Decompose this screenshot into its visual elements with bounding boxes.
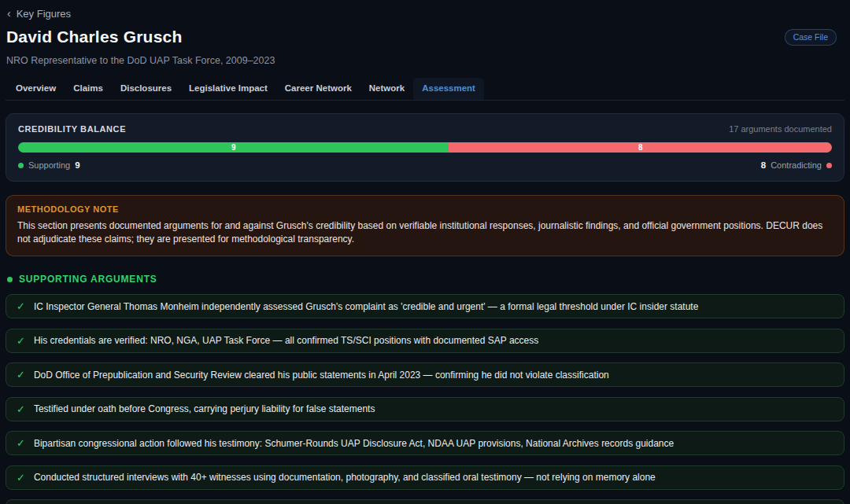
argument-text: His credentials are verified: NRO, NGA, … [34, 335, 538, 346]
supporting-count: 9 [75, 160, 79, 170]
tab-assessment[interactable]: Assessment [413, 78, 484, 100]
supporting-bar-value: 9 [231, 143, 236, 152]
argument-card: ✓ Testified under oath before Congress, … [6, 397, 844, 421]
case-file-badge: Case File [785, 29, 837, 46]
tab-bar: Overview Claims Disclosures Legislative … [6, 78, 844, 101]
argument-card: ✓ IC Inspector General Thomas Monheim in… [6, 294, 844, 318]
credibility-title: CREDIBILITY BALANCE [18, 124, 126, 134]
page-subtitle: NRO Representative to the DoD UAP Task F… [6, 55, 844, 66]
argument-card: ✓ Conducted structured interviews with 4… [6, 465, 844, 490]
supporting-bar: 9 [18, 142, 449, 153]
argument-card: ✓ Broke by Leslie Kean and Ralph Blument… [6, 499, 844, 504]
tab-claims[interactable]: Claims [65, 78, 112, 100]
check-icon: ✓ [17, 403, 25, 415]
check-icon: ✓ [17, 369, 25, 381]
check-icon: ✓ [17, 472, 25, 484]
tab-overview[interactable]: Overview [7, 78, 65, 100]
methodology-note: METHODOLOGY NOTE This section presents d… [6, 195, 844, 256]
methodology-title: METHODOLOGY NOTE [17, 204, 833, 214]
tab-disclosures[interactable]: Disclosures [112, 78, 180, 100]
tab-legislative-impact[interactable]: Legislative Impact [180, 78, 276, 100]
contradicting-label: Contradicting [771, 160, 822, 170]
contradicting-count: 8 [761, 160, 766, 170]
supporting-arguments-header: SUPPORTING ARGUMENTS [6, 274, 844, 285]
supporting-section-title: SUPPORTING ARGUMENTS [19, 274, 157, 285]
arguments-count: 17 arguments documented [729, 124, 832, 134]
case-file-page: ‹ Key Figures David Charles Grusch Case … [0, 0, 850, 504]
tab-career-network[interactable]: Career Network [276, 78, 360, 100]
back-link[interactable]: ‹ Key Figures [7, 7, 71, 20]
argument-card: ✓ Bipartisan congressional action follow… [6, 431, 844, 455]
argument-text: IC Inspector General Thomas Monheim inde… [34, 301, 698, 312]
argument-card: ✓ DoD Office of Prepublication and Secur… [6, 362, 844, 387]
credibility-card: CREDIBILITY BALANCE 17 arguments documen… [6, 113, 844, 182]
argument-text: Bipartisan congressional action followed… [34, 438, 674, 449]
contradicting-dot [826, 163, 832, 168]
contradicting-bar: 8 [449, 142, 832, 153]
supporting-section-dot [7, 277, 13, 282]
argument-text: Testified under oath before Congress, ca… [34, 403, 375, 414]
page-title: David Charles Grusch [6, 28, 182, 46]
check-icon: ✓ [17, 335, 25, 347]
supporting-dot [18, 163, 24, 168]
tab-network[interactable]: Network [360, 78, 413, 100]
methodology-body: This section presents documented argumen… [17, 219, 833, 246]
check-icon: ✓ [17, 437, 25, 449]
argument-card: ✓ His credentials are verified: NRO, NGA… [6, 329, 844, 353]
argument-text: Conducted structured interviews with 40+… [34, 472, 656, 483]
contradicting-bar-value: 8 [638, 143, 643, 152]
back-link-label: Key Figures [17, 8, 71, 20]
credibility-bar: 9 8 [18, 142, 832, 153]
chevron-left-icon: ‹ [7, 7, 11, 20]
check-icon: ✓ [17, 300, 25, 312]
supporting-label: Supporting [28, 160, 70, 170]
argument-text: DoD Office of Prepublication and Securit… [34, 370, 609, 381]
supporting-arguments-list: ✓ IC Inspector General Thomas Monheim in… [6, 294, 844, 504]
